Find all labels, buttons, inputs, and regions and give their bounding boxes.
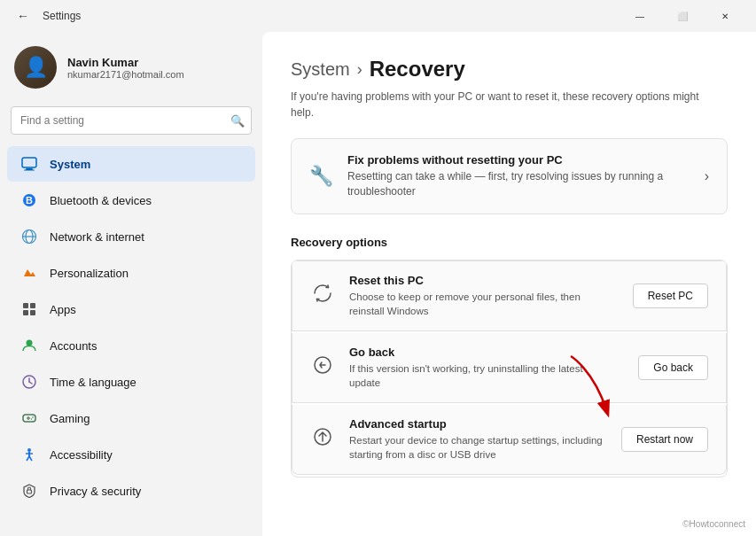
- search-input[interactable]: [11, 106, 252, 135]
- page-title: Recovery: [370, 57, 465, 82]
- sidebar-item-gaming[interactable]: Gaming: [7, 400, 255, 436]
- restart-now-button[interactable]: Restart now: [621, 427, 708, 452]
- svg-rect-0: [22, 158, 36, 167]
- fix-card-description: Resetting can take a while — first, try …: [347, 169, 690, 199]
- reset-pc-text: Reset this PC Choose to keep or remove y…: [349, 274, 619, 318]
- user-profile: 👤 Navin Kumar nkumar2171@hotmail.com: [0, 32, 262, 106]
- user-name: Navin Kumar: [67, 56, 184, 69]
- sidebar-item-privacy-label: Privacy & security: [50, 485, 141, 498]
- titlebar: ← Settings — ⬜ ✕: [0, 0, 756, 32]
- sidebar-item-accessibility-label: Accessibility: [50, 448, 113, 462]
- privacy-icon: [21, 483, 37, 499]
- sidebar-item-gaming-label: Gaming: [50, 412, 90, 425]
- svg-line-25: [29, 456, 32, 461]
- svg-line-24: [27, 456, 29, 461]
- sidebar-item-personalization[interactable]: Personalization: [7, 255, 255, 291]
- sidebar-item-system-label: System: [50, 158, 90, 171]
- svg-rect-26: [27, 490, 32, 493]
- page-description: If you're having problems with your PC o…: [291, 89, 716, 120]
- svg-rect-9: [30, 303, 35, 308]
- recovery-section: Recovery options Reset this PC: [291, 236, 728, 478]
- svg-rect-11: [30, 310, 35, 315]
- advanced-startup-title: Advanced startup: [349, 417, 607, 431]
- svg-point-21: [27, 448, 31, 452]
- go-back-card: Go back If this version isn't working, t…: [292, 333, 727, 403]
- close-button[interactable]: ✕: [705, 3, 745, 29]
- sidebar-item-apps-label: Apps: [50, 303, 76, 316]
- time-icon: [21, 374, 37, 390]
- nav-items: System B Bluetooth & devices: [0, 145, 262, 536]
- sidebar-item-bluetooth[interactable]: B Bluetooth & devices: [7, 183, 255, 218]
- breadcrumb-arrow: ›: [357, 60, 362, 79]
- page-header: System › Recovery: [291, 57, 728, 82]
- back-arrow-icon: ←: [17, 9, 29, 23]
- content-area: System › Recovery If you're having probl…: [262, 32, 756, 536]
- user-info: Navin Kumar nkumar2171@hotmail.com: [67, 56, 184, 80]
- go-back-text: Go back If this version isn't working, t…: [349, 346, 624, 390]
- titlebar-title: Settings: [43, 10, 81, 22]
- sidebar-item-privacy[interactable]: Privacy & security: [7, 473, 255, 509]
- accounts-icon: [21, 338, 37, 353]
- fix-card-title: Fix problems without resetting your PC: [347, 153, 690, 167]
- reset-pc-title: Reset this PC: [349, 274, 619, 287]
- go-back-icon: [310, 354, 335, 381]
- advanced-startup-icon: [310, 426, 335, 453]
- reset-pc-button[interactable]: Reset PC: [633, 284, 708, 308]
- fix-problems-card[interactable]: 🔧 Fix problems without resetting your PC…: [291, 138, 728, 214]
- advanced-startup-card: Advanced startup Restart your device to …: [292, 405, 727, 475]
- sidebar-item-accounts-label: Accounts: [50, 339, 97, 353]
- sidebar-item-apps[interactable]: Apps: [7, 291, 255, 327]
- network-icon: [21, 229, 37, 245]
- svg-point-20: [31, 418, 33, 420]
- reset-pc-card: Reset this PC Choose to keep or remove y…: [292, 260, 727, 331]
- app-body: 👤 Navin Kumar nkumar2171@hotmail.com 🔍: [0, 32, 756, 536]
- svg-line-15: [29, 382, 32, 384]
- sidebar-item-time[interactable]: Time & language: [7, 364, 255, 400]
- restore-button[interactable]: ⬜: [662, 3, 703, 29]
- svg-rect-10: [23, 310, 28, 315]
- titlebar-back-button[interactable]: ←: [11, 4, 35, 28]
- svg-point-19: [32, 416, 34, 418]
- avatar: 👤: [14, 46, 57, 89]
- go-back-title: Go back: [349, 346, 624, 359]
- svg-rect-2: [24, 170, 35, 171]
- sidebar-item-network-label: Network & internet: [50, 230, 144, 244]
- apps-icon: [21, 301, 37, 317]
- go-back-description: If this version isn't working, try unins…: [349, 361, 615, 390]
- chevron-right-icon: ›: [705, 168, 709, 184]
- gaming-icon: [21, 410, 37, 426]
- search-box: 🔍: [11, 106, 252, 135]
- bluetooth-icon: B: [21, 192, 37, 208]
- svg-rect-8: [23, 303, 28, 308]
- recovery-cards: Reset this PC Choose to keep or remove y…: [291, 260, 728, 478]
- minimize-button[interactable]: —: [620, 3, 660, 29]
- accessibility-icon: [21, 447, 37, 462]
- recovery-section-title: Recovery options: [291, 236, 728, 249]
- svg-text:B: B: [26, 195, 33, 206]
- sidebar-item-bluetooth-label: Bluetooth & devices: [50, 194, 152, 207]
- reset-pc-description: Choose to keep or remove your personal f…: [349, 290, 615, 318]
- wrench-icon: 🔧: [309, 165, 333, 188]
- go-back-button[interactable]: Go back: [638, 355, 708, 380]
- copyright-text: ©Howtoconnect: [682, 519, 745, 529]
- advanced-startup-text: Advanced startup Restart your device to …: [349, 417, 607, 462]
- sidebar-item-network[interactable]: Network & internet: [7, 219, 255, 254]
- personalization-icon: [21, 265, 37, 281]
- reset-icon: [310, 283, 335, 309]
- user-email: nkumar2171@hotmail.com: [67, 69, 184, 80]
- sidebar-item-accessibility[interactable]: Accessibility: [7, 437, 255, 472]
- sidebar: 👤 Navin Kumar nkumar2171@hotmail.com 🔍: [0, 32, 262, 536]
- system-icon: [21, 156, 37, 172]
- sidebar-item-time-label: Time & language: [50, 376, 136, 389]
- sidebar-item-personalization-label: Personalization: [50, 267, 129, 280]
- breadcrumb: System: [291, 59, 350, 80]
- fix-card-text: Fix problems without resetting your PC R…: [347, 153, 690, 199]
- sidebar-item-system[interactable]: System: [7, 146, 255, 182]
- sidebar-item-accounts[interactable]: Accounts: [7, 328, 255, 363]
- window-controls: — ⬜ ✕: [620, 3, 745, 29]
- advanced-startup-description: Restart your device to change startup se…: [349, 433, 607, 462]
- svg-point-12: [27, 340, 33, 346]
